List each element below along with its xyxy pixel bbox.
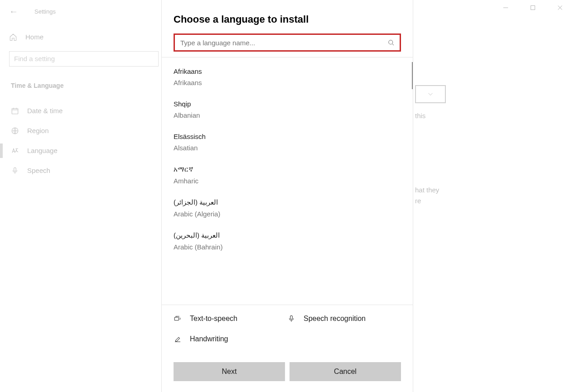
language-native-name: Shqip bbox=[174, 100, 401, 108]
back-button[interactable]: ← bbox=[9, 7, 18, 16]
language-search-input[interactable] bbox=[179, 38, 387, 47]
language-search-box[interactable] bbox=[174, 33, 401, 52]
language-english-name: Alsatian bbox=[174, 144, 401, 152]
minimize-icon bbox=[502, 4, 510, 12]
nav-label: Language bbox=[27, 147, 58, 154]
language-native-name: العربية (الجزائر) bbox=[174, 198, 401, 206]
maximize-button[interactable] bbox=[528, 4, 537, 12]
search-icon bbox=[387, 38, 395, 47]
bg-text-fragment: this bbox=[415, 110, 425, 121]
chevron-down-icon bbox=[426, 90, 435, 98]
bg-text-fragment: re bbox=[415, 196, 421, 206]
sidebar-item-region[interactable]: Region bbox=[9, 121, 159, 141]
background-dropdown[interactable] bbox=[415, 85, 446, 103]
window-title: Settings bbox=[34, 8, 56, 15]
maximize-icon bbox=[529, 4, 537, 12]
find-setting-input[interactable]: Find a setting bbox=[9, 51, 159, 67]
text-to-speech-icon bbox=[174, 314, 184, 323]
close-button[interactable] bbox=[556, 4, 565, 12]
sidebar-item-language[interactable]: Language bbox=[9, 141, 159, 161]
choose-language-dialog: Choose a language to install Afrikaans A… bbox=[161, 0, 413, 392]
microphone-icon bbox=[287, 314, 297, 323]
scrollbar-thumb[interactable] bbox=[412, 62, 413, 89]
find-setting-placeholder: Find a setting bbox=[14, 55, 55, 62]
close-icon bbox=[556, 4, 564, 12]
language-native-name: العربية (البحرين) bbox=[174, 231, 401, 239]
home-icon bbox=[9, 33, 17, 41]
sidebar-item-date-time[interactable]: Date & time bbox=[9, 101, 159, 121]
feature-handwriting: Handwriting bbox=[174, 335, 287, 343]
home-label: Home bbox=[25, 33, 43, 41]
language-english-name: Arabic (Bahrain) bbox=[174, 243, 401, 251]
language-native-name: Elsässisch bbox=[174, 133, 401, 140]
nav-label: Speech bbox=[27, 167, 50, 174]
handwriting-icon bbox=[174, 335, 184, 343]
minimize-button[interactable] bbox=[501, 4, 510, 12]
category-heading: Time & Language bbox=[11, 82, 159, 89]
feature-label: Handwriting bbox=[190, 335, 228, 343]
svg-rect-2 bbox=[14, 167, 16, 171]
language-english-name: Afrikaans bbox=[174, 79, 401, 86]
feature-text-to-speech: Text-to-speech bbox=[174, 314, 287, 323]
feature-speech-recognition: Speech recognition bbox=[287, 314, 401, 323]
nav-label: Date & time bbox=[27, 107, 63, 115]
svg-rect-3 bbox=[531, 6, 535, 10]
language-native-name: አማርኛ bbox=[174, 165, 401, 173]
svg-rect-6 bbox=[290, 316, 293, 319]
list-item[interactable]: العربية (البحرين) Arabic (Bahrain) bbox=[174, 227, 401, 260]
language-english-name: Albanian bbox=[174, 111, 401, 119]
list-item[interactable]: Shqip Albanian bbox=[174, 96, 401, 128]
cancel-button[interactable]: Cancel bbox=[290, 362, 401, 381]
feature-label: Text-to-speech bbox=[190, 315, 237, 323]
svg-rect-0 bbox=[12, 109, 18, 114]
language-list[interactable]: Afrikaans Afrikaans Shqip Albanian Elsäs… bbox=[162, 57, 413, 305]
calendar-clock-icon bbox=[11, 106, 19, 115]
sidebar-item-speech[interactable]: Speech bbox=[9, 161, 159, 181]
language-icon bbox=[11, 146, 19, 155]
list-item[interactable]: العربية (الجزائر) Arabic (Algeria) bbox=[174, 194, 401, 227]
list-item[interactable]: Elsässisch Alsatian bbox=[174, 128, 401, 161]
feature-label: Speech recognition bbox=[304, 315, 366, 323]
microphone-icon bbox=[11, 166, 19, 175]
sidebar-item-home[interactable]: Home bbox=[9, 33, 159, 41]
svg-point-4 bbox=[389, 40, 393, 44]
svg-rect-5 bbox=[174, 317, 179, 320]
list-item[interactable]: Afrikaans Afrikaans bbox=[174, 63, 401, 96]
globe-icon bbox=[11, 126, 19, 135]
bg-text-fragment: hat they bbox=[415, 185, 439, 196]
language-native-name: Afrikaans bbox=[174, 67, 401, 75]
list-item[interactable]: አማርኛ Amharic bbox=[174, 161, 401, 194]
dialog-title: Choose a language to install bbox=[162, 0, 413, 33]
language-english-name: Arabic (Algeria) bbox=[174, 210, 401, 218]
language-english-name: Amharic bbox=[174, 177, 401, 185]
nav-label: Region bbox=[27, 127, 49, 134]
next-button[interactable]: Next bbox=[174, 362, 285, 381]
